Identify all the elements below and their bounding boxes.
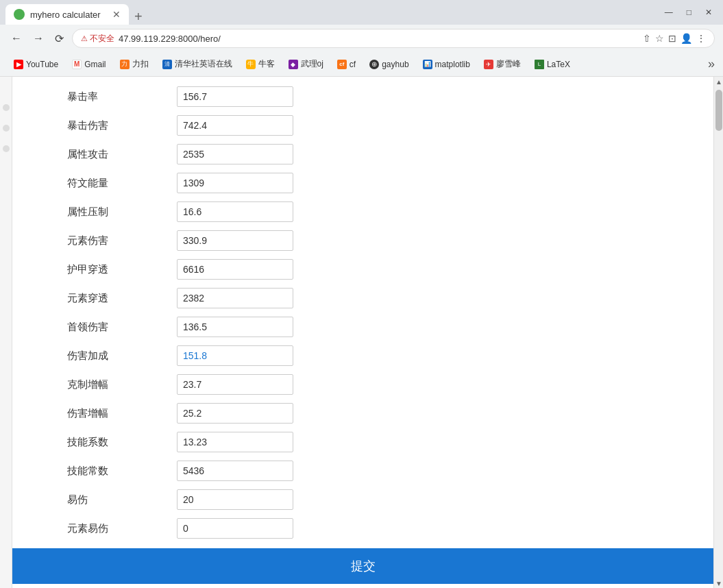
split-view-button[interactable]: ⊡ [668,33,676,44]
address-input-wrap: ⚠ 不安全 47.99.119.229:8000/hero/ ⇧ ☆ ⊡ 👤 ⋮ [72,29,715,48]
form-row-dmg-bonus: 伤害加成 [12,341,713,370]
bookmarks-bar: ▶ YouTube M Gmail 力 力扣 清 清华社英语在线 牛 牛客 ◆ … [0,52,723,77]
label-dmg-amp: 伤害增幅 [67,407,177,420]
niuke-icon: 牛 [246,60,256,69]
label-attr-suppress: 属性压制 [67,206,177,219]
forward-button[interactable]: → [30,29,47,47]
bookmark-matplotlib[interactable]: 📊 matplotlib [417,58,476,71]
cf-icon: cf [337,60,347,69]
form-row-skill-const: 技能常数 [12,456,713,485]
input-attr-atk[interactable] [177,144,293,164]
input-elem-dmg[interactable] [177,230,293,251]
label-armor-pen: 护甲穿透 [67,263,177,276]
input-elem-vuln[interactable] [177,518,293,539]
account-button[interactable]: 👤 [681,33,692,44]
label-vuln: 易伤 [67,493,177,506]
left-panel-dot-1 [3,104,10,111]
bookmark-youtube[interactable]: ▶ YouTube [8,58,64,71]
bookmark-wulioj-label: 武理oj [301,58,323,70]
warning-icon: ⚠ [81,34,88,43]
label-elem-pen: 元素穿透 [67,292,177,305]
maximize-button[interactable]: □ [681,5,697,20]
submit-button[interactable]: 提交 [351,558,376,574]
input-crit-rate[interactable] [177,86,293,107]
left-panel [0,77,12,588]
bookmark-github[interactable]: ⊕ gayhub [364,58,414,71]
window-controls: — □ ✕ [659,5,718,20]
share-button[interactable]: ⇧ [643,33,651,44]
menu-button[interactable]: ⋮ [696,33,706,44]
form-row-boss-dmg: 首领伤害 [12,313,713,341]
url-display[interactable]: 47.99.119.229:8000/hero/ [119,34,639,44]
new-tab-button[interactable]: + [129,9,148,25]
tab-favicon [14,9,25,20]
input-skill-coef[interactable] [177,432,293,452]
liaoxuefeng-icon: ✈ [484,60,493,69]
bookmark-liru[interactable]: 力 力扣 [114,56,154,72]
tab-close-button[interactable]: ✕ [112,9,121,20]
form-row-vuln: 易伤 [12,485,713,514]
scroll-thumb[interactable] [715,90,722,131]
submit-bar[interactable]: 提交 [12,548,713,584]
active-tab[interactable]: myhero calculater ✕ [5,4,129,25]
tab-area: myhero calculater ✕ + [5,0,654,25]
form-row-skill-coef: 技能系数 [12,428,713,456]
input-boss-dmg[interactable] [177,317,293,337]
bookmark-github-label: gayhub [382,60,408,69]
form-row-attr-atk: 属性攻击 [12,140,713,169]
bookmark-tsinghua[interactable]: 清 清华社英语在线 [157,56,238,72]
bookmark-liaoxuefeng[interactable]: ✈ 廖雪峰 [478,56,526,72]
youtube-icon: ▶ [14,60,23,69]
matplotlib-icon: 📊 [423,60,432,69]
left-panel-dot-3 [3,145,10,152]
form-row-elem-dmg: 元素伤害 [12,226,713,255]
bookmark-latex-label: LaTeX [547,60,570,69]
github-icon: ⊕ [369,60,379,69]
title-bar: myhero calculater ✕ + — □ ✕ [0,0,723,25]
bookmark-liaoxuefeng-label: 廖雪峰 [496,58,521,70]
label-crit-rate: 暴击率 [67,90,177,103]
form-row-elem-pen: 元素穿透 [12,284,713,313]
label-counter-amp: 克制增幅 [67,378,177,391]
scroll-down-button[interactable]: ▼ [714,578,723,588]
more-bookmarks-button[interactable]: » [708,57,715,71]
back-button[interactable]: ← [8,29,25,47]
input-crit-dmg[interactable] [177,115,293,136]
label-skill-const: 技能常数 [67,465,177,478]
bookmark-gmail[interactable]: M Gmail [66,58,111,71]
input-dmg-bonus[interactable] [177,345,293,366]
form-row-crit-dmg: 暴击伤害 [12,111,713,140]
input-counter-amp[interactable] [177,374,293,395]
input-rune-energy[interactable] [177,173,293,193]
input-vuln[interactable] [177,489,293,510]
form-container: 暴击率暴击伤害属性攻击符文能量属性压制元素伤害护甲穿透元素穿透首领伤害伤害加成克… [12,77,713,548]
bookmark-cf[interactable]: cf cf [332,58,361,71]
close-button[interactable]: ✕ [700,5,718,20]
input-skill-const[interactable] [177,461,293,481]
bookmark-wulioj[interactable]: ◆ 武理oj [283,56,329,72]
scroll-track [714,86,723,578]
input-elem-pen[interactable] [177,288,293,308]
label-crit-dmg: 暴击伤害 [67,119,177,132]
input-dmg-amp[interactable] [177,403,293,424]
scroll-up-button[interactable]: ▲ [714,77,723,86]
form-row-rune-energy: 符文能量 [12,169,713,197]
bookmark-tsinghua-label: 清华社英语在线 [175,58,232,70]
latex-icon: L [535,60,544,69]
form-row-armor-pen: 护甲穿透 [12,255,713,284]
input-attr-suppress[interactable] [177,201,293,222]
input-armor-pen[interactable] [177,259,293,280]
bookmark-niuke[interactable]: 牛 牛客 [241,56,280,72]
label-skill-coef: 技能系数 [67,436,177,449]
form-row-attr-suppress: 属性压制 [12,197,713,226]
address-bar: ← → ⟳ ⚠ 不安全 47.99.119.229:8000/hero/ ⇧ ☆… [0,25,723,52]
label-rune-energy: 符文能量 [67,177,177,190]
scrollbar-right[interactable]: ▲ ▼ [713,77,723,588]
form-row-counter-amp: 克制增幅 [12,370,713,399]
bookmark-matplotlib-label: matplotlib [435,60,470,69]
refresh-button[interactable]: ⟳ [52,29,66,48]
bookmark-latex[interactable]: L LaTeX [529,58,576,71]
minimize-button[interactable]: — [659,5,678,20]
page-wrapper: 暴击率暴击伤害属性攻击符文能量属性压制元素伤害护甲穿透元素穿透首领伤害伤害加成克… [0,77,723,588]
bookmark-star-button[interactable]: ☆ [655,33,664,44]
